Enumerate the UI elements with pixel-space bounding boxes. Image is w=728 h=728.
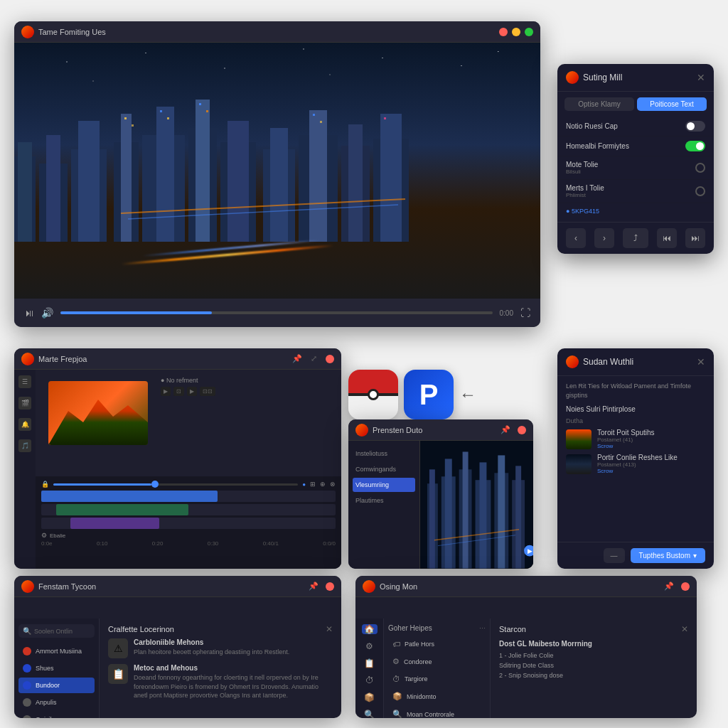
track-fill-1 [41,491,218,502]
progress-bar[interactable] [60,311,493,314]
nav-skip-prev-btn[interactable]: ⏮ [657,228,677,248]
row4-radio[interactable] [695,186,705,196]
osing-nav-item-4[interactable]: 🔍 Moan Controrale [388,706,486,718]
editor-preview-thumbnail [48,381,148,445]
track-fill-3 [70,518,159,529]
settings-row-3: Mote Tolie Bilsuli [557,156,714,180]
preview-sidebar-item-1[interactable]: Comwingands [353,462,415,476]
nav-skip-next-btn[interactable]: ⏭ [685,228,705,248]
svg-text:▶: ▶ [528,547,532,555]
volume-btn[interactable]: 🔊 [41,307,53,318]
label-frames: ⊡ [173,387,184,396]
fantasm-title: Fenstam Tycoon [38,582,309,591]
osing-nav-options[interactable]: ⋯ [479,625,486,632]
row3-radio[interactable] [695,163,705,173]
editor-effects-icon[interactable]: ⚙ [41,532,47,539]
fantasm-nav-4[interactable]: Onisil [18,712,95,718]
fantasm-pin-icon[interactable]: 📌 [309,582,318,591]
preview-pin-icon[interactable]: 📌 [500,425,510,434]
osing-nav-item-2[interactable]: ⏱ Targiore [388,671,486,687]
fantasm-content-title: Cralfette Locerinon [108,625,174,633]
svg-rect-24 [160,110,162,112]
nav-label-4: Onisil [36,716,52,718]
settings2-close-btn[interactable]: ✕ [697,356,705,368]
preview-sidebar-item-2[interactable]: Vlesumriing [353,478,415,492]
preview-player-window: Prensten Duto 📌 Insteliotuss Comwingands… [348,419,533,569]
osing-sidebar-icon-1[interactable]: ⚙ [362,641,378,651]
thumb-1-link[interactable]: Scrow [597,443,705,449]
tl-lock-icon[interactable]: 🔒 [41,481,49,488]
tab-poiticose[interactable]: Poiticose Text [637,97,707,111]
preview-close-btn[interactable] [518,426,526,434]
editor-close-btn[interactable] [326,355,334,363]
track-1 [41,491,336,502]
close-btn[interactable] [499,28,508,36]
powerdir-app-icon[interactable]: P [404,370,454,419]
thumb-2-link[interactable]: Scrow [597,468,705,474]
fantasm-nav-1[interactable]: Shues [18,660,95,676]
fantasm-nav-2[interactable]: Bundoor [18,678,95,693]
expand-icon[interactable]: ⤢ [311,354,317,363]
osing-sidebar-icon-0[interactable]: 🏠 [362,624,378,634]
action-btn-label: Tupthes Bustom [639,552,690,560]
fantasm-sections: ⚠ Carbloniible Mehons Plan heoitore beoe… [108,638,333,700]
fantasm-close-btn[interactable] [326,582,334,591]
osing-close-btn[interactable] [681,582,690,591]
osing-pin-icon[interactable]: 📌 [664,582,674,591]
tl-zoom-icon[interactable]: ⊕ [320,481,326,488]
tl-snap-icon[interactable]: ⊞ [310,481,316,488]
label-play[interactable]: ▶ [187,387,197,396]
osing-content-close[interactable]: ✕ [681,624,688,634]
osing-nav-item-0[interactable]: 🏷 Patle Hors [388,636,486,652]
osing-sidebar-icon-2[interactable]: 📋 [362,658,378,668]
nav-next-btn[interactable]: › [594,228,614,248]
fantasm-content-close[interactable]: ✕ [326,624,333,634]
osing-nav-item-3[interactable]: 📦 Minidomto [388,688,486,705]
osing-sidebar-icon-4[interactable]: 📦 [362,692,378,702]
preview-sidebar: Insteliotuss Comwingands Vlesumriing Pla… [348,441,419,569]
osing-nav-item-1[interactable]: ⚙ Condoree [388,653,486,670]
row2-toggle[interactable] [685,141,705,151]
sidebar-icon-2[interactable]: 🎬 [18,397,31,410]
sidebar-icon-4[interactable]: 🎵 [18,439,31,452]
settings-row-4: Merts I Tolie Phlimist [557,180,714,203]
maximize-btn[interactable] [525,28,533,36]
settings2-cancel-btn[interactable]: — [604,548,625,563]
fantasm-nav-3[interactable]: Anpulis [18,695,95,710]
pokeball-app-icon[interactable] [348,370,398,419]
tab-optise[interactable]: Optise Klamy [564,97,634,111]
osing-sidebar-icon-3[interactable]: ⏱ [362,675,378,685]
settings2-item-2[interactable]: Portir Conlie Reshes Like Postamet (413)… [566,454,705,474]
settings2-item-1[interactable]: Toroit Poit Sputihs Postamet (41) Scrow [566,429,705,449]
nav-share-btn[interactable]: ⤴ [623,228,648,248]
preview-sidebar-item-0[interactable]: Insteliotuss [353,446,415,461]
progress-fill [60,311,212,314]
sidebar-icon-1[interactable]: ☰ [18,375,31,388]
row1-toggle[interactable] [685,121,705,132]
svg-rect-39 [463,451,469,568]
play-pause-btn[interactable]: ⏯ [24,307,34,318]
preview-video-area[interactable]: ▶ [419,441,533,569]
action-btn-chevron: ▾ [693,552,697,560]
pin-icon[interactable]: 📌 [292,354,302,363]
nav-prev-btn[interactable]: ‹ [566,228,586,248]
minimize-btn[interactable] [512,28,520,36]
fantasm-nav-0[interactable]: Ammort Musiina [18,643,95,659]
timeline-progress[interactable] [53,483,298,486]
thumb-2-title: Portir Conlie Reshes Like [597,454,705,461]
preview-sidebar-item-3[interactable]: Plautimes [353,493,415,508]
osing-avatar [363,580,375,593]
fullscreen-btn[interactable]: ⛶ [520,307,530,318]
settings2-action-btn[interactable]: Tupthes Bustom ▾ [631,548,705,563]
osing-section-title: Dost GL Maibesto Morrning [499,640,688,648]
settings2-sublabel: Dutha [566,417,705,424]
svg-rect-35 [429,469,435,568]
tl-split-icon[interactable]: ⊗ [330,481,336,488]
settings-close-btn[interactable]: ✕ [697,72,705,83]
video-area[interactable] [14,43,540,299]
osing-sidebar-icon-5[interactable]: 🔍 [362,710,378,718]
sidebar-icon-3[interactable]: 🔔 [18,418,31,431]
fantasm-search-bar[interactable]: 🔍 Soolen Ontlin [18,624,95,638]
svg-rect-15 [270,128,288,242]
timeline-handle[interactable] [151,481,159,488]
